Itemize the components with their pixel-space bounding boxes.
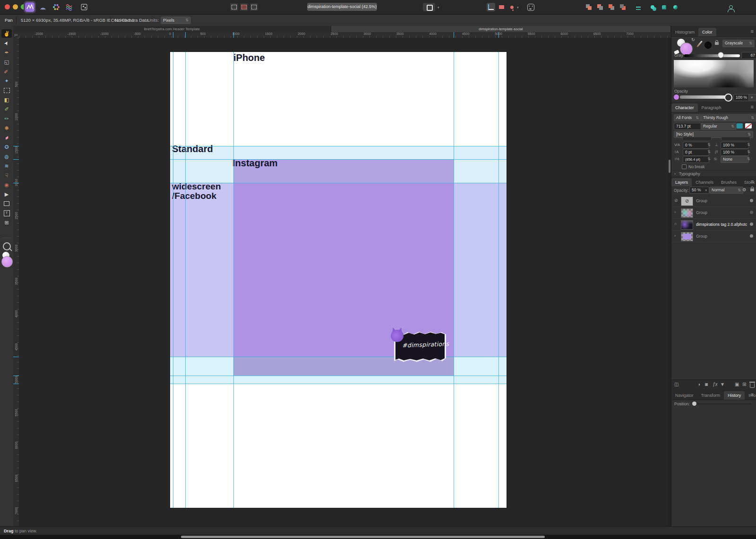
shape-tool[interactable]: ▶ (1, 190, 12, 198)
tab-transform[interactable]: Transform (697, 391, 724, 400)
layer-select-dot[interactable] (750, 199, 753, 202)
view-pan-tool[interactable]: ✌ (1, 29, 12, 38)
horizontal-scrollbar-thumb[interactable] (181, 536, 545, 538)
horizontal-guide[interactable] (170, 183, 507, 183)
alignment-icon[interactable] (634, 3, 643, 11)
stamp-tool[interactable]: ◍ (1, 152, 12, 161)
layer-thumbnail[interactable] (681, 220, 693, 230)
fill-swatch[interactable] (1, 256, 13, 267)
history-position-track[interactable] (693, 403, 752, 404)
tab-color[interactable]: Color (698, 28, 716, 36)
text-fill-color-chip[interactable] (737, 123, 743, 128)
bottom-cyan-band[interactable] (170, 376, 507, 384)
widescreen-label-line2[interactable]: /Facebook (172, 191, 216, 200)
layer-expand-icon[interactable]: › (674, 210, 676, 214)
slices-icon[interactable] (497, 3, 506, 11)
layers-panel-menu-icon[interactable]: ≡ (751, 179, 754, 184)
layer-row[interactable]: ⊘⊘Group (671, 195, 756, 207)
instagram-row-left-region[interactable] (170, 159, 233, 183)
tab-channels[interactable]: Channels (692, 178, 717, 187)
tab-character[interactable]: Character (671, 103, 698, 112)
move-tool[interactable]: ➤ (1, 39, 12, 47)
layer-select-dot[interactable] (750, 222, 753, 226)
window-gadget-button[interactable] (423, 3, 435, 11)
flood-fill-tool[interactable]: ◧ (1, 95, 12, 104)
close-window-button[interactable] (5, 4, 10, 9)
opacity-slider[interactable] (680, 95, 726, 99)
tab-navigator[interactable]: Navigator (671, 391, 697, 400)
baseline-field[interactable]: 0 pt (683, 149, 709, 156)
tab-stock[interactable]: Stock (740, 178, 756, 187)
liquify-persona-icon[interactable] (38, 2, 48, 12)
character-panel-menu-icon[interactable]: ≡ (751, 104, 754, 110)
tab-brushes[interactable]: Brushes (717, 178, 740, 187)
text-tool[interactable]: T (1, 209, 12, 217)
layer-row[interactable]: ›Group (671, 231, 756, 242)
gray-slider[interactable] (684, 54, 740, 57)
delete-layer-icon[interactable] (750, 383, 755, 388)
table-tool[interactable]: ⊞ (1, 218, 12, 227)
iphone-label[interactable]: iPhone (233, 53, 265, 62)
erase-brush-tool[interactable]: ▰ (1, 133, 12, 142)
grayscale-picker-box[interactable] (674, 60, 754, 87)
layer-select-dot[interactable] (750, 234, 753, 238)
new-group-icon[interactable]: ▣ (735, 382, 739, 387)
opacity-slider-handle[interactable] (724, 94, 732, 102)
boolean-subtract-icon[interactable] (660, 3, 668, 11)
snapping-dropdown-icon[interactable]: ▾ (517, 6, 519, 9)
vertical-guide[interactable] (233, 52, 234, 508)
leading-field[interactable]: (856.4 pt) (683, 156, 709, 163)
tab-history[interactable]: History (724, 391, 745, 400)
zoom-tool[interactable] (3, 242, 11, 250)
pixel-brush-tool[interactable]: ✏ (1, 114, 12, 123)
layer-expand-icon[interactable]: › (674, 233, 676, 238)
photo-persona-icon[interactable] (25, 2, 34, 12)
tab-layers[interactable]: Layers (671, 178, 692, 187)
boolean-add-icon[interactable] (648, 3, 657, 11)
history-position-handle[interactable] (692, 402, 696, 406)
new-layer-icon[interactable]: ⊞ (742, 382, 746, 387)
ruler-units-corner[interactable]: px (13, 32, 19, 38)
no-break-checkbox[interactable] (682, 164, 687, 169)
assistant-icon[interactable] (526, 3, 535, 11)
layer-hidden-icon[interactable]: ⊘ (674, 198, 678, 203)
move-to-front-icon[interactable] (584, 3, 593, 11)
rectangle-tool[interactable] (1, 199, 12, 208)
layer-thumbnail[interactable]: ⊘ (681, 197, 693, 206)
crop-tool[interactable]: ◱ (1, 58, 12, 66)
layer-visible-icon[interactable]: ○ (674, 222, 677, 226)
selection-mode-new-icon[interactable] (230, 3, 238, 11)
font-family-dropdown[interactable]: Thirsty Rough⇅ (701, 114, 756, 121)
minimize-window-button[interactable] (13, 4, 18, 9)
duplicate-layer-icon[interactable]: ◫ (674, 382, 679, 387)
document-tab[interactable]: dimspiration-template-social (331, 26, 671, 32)
swap-colors-icon[interactable]: ↻ (691, 37, 695, 42)
lock-icon[interactable] (715, 42, 719, 45)
selection-mode-subtract-icon[interactable] (250, 3, 258, 11)
blend-options-gear-icon[interactable]: ⚙ (742, 187, 747, 192)
font-style-dropdown[interactable]: Regular⇅ (701, 123, 737, 130)
artboard[interactable]: iPhone Standard Instagram widescreen /Fa… (170, 52, 507, 508)
bottom-panel-menu-icon[interactable]: ≡ (751, 392, 754, 397)
gray-slider-handle[interactable] (718, 52, 724, 58)
layer-thumbnail[interactable] (681, 208, 693, 218)
text-stroke-color-chip[interactable] (745, 123, 752, 128)
horizontal-guide[interactable] (170, 376, 507, 376)
vertical-guide[interactable] (173, 52, 173, 508)
layer-label[interactable]: Group (696, 198, 747, 203)
clone-stamp-tool[interactable]: ✪ (1, 143, 12, 151)
tab-paragraph[interactable]: Paragraph (698, 103, 725, 112)
layer-label[interactable]: Group (696, 234, 747, 239)
dimspirations-tag[interactable]: #dimspirations (395, 332, 445, 362)
horizontal-guide[interactable] (170, 384, 507, 384)
horizontal-guide[interactable] (170, 357, 507, 357)
vertical-guide[interactable] (498, 52, 499, 508)
account-icon[interactable] (727, 3, 735, 11)
horizontal-guide[interactable] (170, 146, 507, 146)
tab-histogram[interactable]: Histogram (671, 28, 698, 36)
mask-icon[interactable]: ◙ (705, 382, 708, 387)
horizontal-guide[interactable] (170, 159, 507, 160)
paint-brush-tool[interactable]: ✐ (1, 105, 12, 113)
vertical-scrollbar-thumb[interactable] (669, 160, 670, 173)
shear-dropdown[interactable]: None (721, 156, 749, 163)
